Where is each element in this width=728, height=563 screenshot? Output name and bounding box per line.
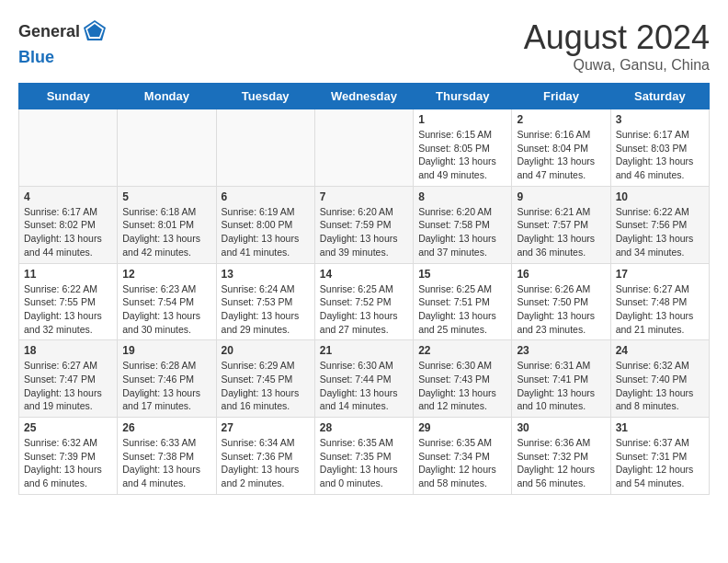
calendar-cell: 30Sunrise: 6:36 AMSunset: 7:32 PMDayligh…	[512, 418, 610, 495]
day-number: 30	[517, 421, 605, 434]
day-number: 31	[616, 421, 704, 434]
day-info: Sunrise: 6:22 AMSunset: 7:55 PMDaylight:…	[24, 282, 112, 337]
day-number: 12	[122, 268, 210, 281]
calendar-cell: 29Sunrise: 6:35 AMSunset: 7:34 PMDayligh…	[414, 418, 512, 495]
calendar-week-row: 4Sunrise: 6:17 AMSunset: 8:02 PMDaylight…	[19, 186, 710, 263]
day-info: Sunrise: 6:25 AMSunset: 7:51 PMDaylight:…	[418, 282, 506, 337]
calendar-cell: 22Sunrise: 6:30 AMSunset: 7:43 PMDayligh…	[414, 340, 512, 418]
calendar-cell: 21Sunrise: 6:30 AMSunset: 7:44 PMDayligh…	[314, 340, 413, 418]
calendar-cell	[118, 109, 216, 187]
calendar-cell: 14Sunrise: 6:25 AMSunset: 7:52 PMDayligh…	[314, 263, 413, 340]
calendar-cell: 19Sunrise: 6:28 AMSunset: 7:46 PMDayligh…	[118, 340, 216, 418]
calendar-cell: 10Sunrise: 6:22 AMSunset: 7:56 PMDayligh…	[610, 186, 709, 263]
day-info: Sunrise: 6:30 AMSunset: 7:44 PMDaylight:…	[320, 359, 408, 413]
day-info: Sunrise: 6:20 AMSunset: 7:59 PMDaylight:…	[320, 205, 408, 259]
day-info: Sunrise: 6:27 AMSunset: 7:48 PMDaylight:…	[616, 282, 704, 337]
page-header: General Blue August 2024 Quwa, Gansu, Ch…	[18, 18, 710, 74]
calendar-week-row: 11Sunrise: 6:22 AMSunset: 7:55 PMDayligh…	[19, 263, 710, 340]
day-number: 25	[24, 421, 112, 434]
calendar-cell	[216, 109, 314, 187]
day-number: 13	[222, 268, 310, 281]
days-header-row: SundayMondayTuesdayWednesdayThursdayFrid…	[19, 84, 710, 109]
day-info: Sunrise: 6:32 AMSunset: 7:39 PMDaylight:…	[24, 436, 112, 490]
day-info: Sunrise: 6:35 AMSunset: 7:35 PMDaylight:…	[320, 436, 408, 490]
day-number: 26	[122, 421, 210, 434]
day-info: Sunrise: 6:20 AMSunset: 7:58 PMDaylight:…	[418, 205, 506, 259]
calendar-cell: 25Sunrise: 6:32 AMSunset: 7:39 PMDayligh…	[19, 418, 118, 495]
day-info: Sunrise: 6:15 AMSunset: 8:05 PMDaylight:…	[418, 128, 506, 182]
title-area: August 2024 Quwa, Gansu, China	[524, 18, 710, 74]
day-header-wednesday: Wednesday	[314, 84, 413, 109]
day-number: 3	[616, 113, 704, 126]
day-number: 23	[517, 344, 605, 357]
calendar-cell: 26Sunrise: 6:33 AMSunset: 7:38 PMDayligh…	[118, 418, 216, 495]
day-number: 27	[222, 421, 310, 434]
day-info: Sunrise: 6:36 AMSunset: 7:32 PMDaylight:…	[517, 436, 605, 490]
calendar-cell: 4Sunrise: 6:17 AMSunset: 8:02 PMDaylight…	[19, 186, 118, 263]
day-number: 17	[616, 268, 704, 281]
logo-flag-icon	[82, 18, 108, 48]
day-header-tuesday: Tuesday	[216, 84, 314, 109]
day-info: Sunrise: 6:30 AMSunset: 7:43 PMDaylight:…	[418, 359, 506, 413]
calendar-cell: 17Sunrise: 6:27 AMSunset: 7:48 PMDayligh…	[610, 263, 709, 340]
day-number: 6	[222, 190, 310, 203]
calendar-cell: 6Sunrise: 6:19 AMSunset: 8:00 PMDaylight…	[216, 186, 314, 263]
calendar-cell: 12Sunrise: 6:23 AMSunset: 7:54 PMDayligh…	[118, 263, 216, 340]
calendar-table: SundayMondayTuesdayWednesdayThursdayFrid…	[18, 83, 710, 495]
logo-blue: Blue	[18, 48, 54, 66]
day-info: Sunrise: 6:17 AMSunset: 8:03 PMDaylight:…	[616, 128, 704, 182]
day-number: 15	[418, 268, 506, 281]
calendar-cell: 13Sunrise: 6:24 AMSunset: 7:53 PMDayligh…	[216, 263, 314, 340]
day-number: 4	[24, 190, 112, 203]
day-info: Sunrise: 6:32 AMSunset: 7:40 PMDaylight:…	[616, 359, 704, 413]
calendar-cell: 18Sunrise: 6:27 AMSunset: 7:47 PMDayligh…	[19, 340, 118, 418]
day-info: Sunrise: 6:29 AMSunset: 7:45 PMDaylight:…	[222, 359, 310, 413]
day-info: Sunrise: 6:16 AMSunset: 8:04 PMDaylight:…	[517, 128, 605, 182]
calendar-week-row: 18Sunrise: 6:27 AMSunset: 7:47 PMDayligh…	[19, 340, 710, 418]
day-info: Sunrise: 6:35 AMSunset: 7:34 PMDaylight:…	[418, 436, 506, 490]
day-number: 24	[616, 344, 704, 357]
calendar-cell: 23Sunrise: 6:31 AMSunset: 7:41 PMDayligh…	[512, 340, 610, 418]
day-info: Sunrise: 6:21 AMSunset: 7:57 PMDaylight:…	[517, 205, 605, 259]
day-number: 5	[122, 190, 210, 203]
calendar-cell: 20Sunrise: 6:29 AMSunset: 7:45 PMDayligh…	[216, 340, 314, 418]
calendar-cell: 16Sunrise: 6:26 AMSunset: 7:50 PMDayligh…	[512, 263, 610, 340]
day-number: 14	[320, 268, 408, 281]
day-number: 22	[418, 344, 506, 357]
calendar-cell: 5Sunrise: 6:18 AMSunset: 8:01 PMDaylight…	[118, 186, 216, 263]
day-number: 20	[222, 344, 310, 357]
day-number: 9	[517, 190, 605, 203]
calendar-cell: 31Sunrise: 6:37 AMSunset: 7:31 PMDayligh…	[610, 418, 709, 495]
calendar-week-row: 1Sunrise: 6:15 AMSunset: 8:05 PMDaylight…	[19, 109, 710, 187]
day-number: 10	[616, 190, 704, 203]
day-header-friday: Friday	[512, 84, 610, 109]
location-subtitle: Quwa, Gansu, China	[524, 57, 710, 74]
day-info: Sunrise: 6:19 AMSunset: 8:00 PMDaylight:…	[222, 205, 310, 259]
day-number: 8	[418, 190, 506, 203]
calendar-cell: 3Sunrise: 6:17 AMSunset: 8:03 PMDaylight…	[610, 109, 709, 187]
day-info: Sunrise: 6:27 AMSunset: 7:47 PMDaylight:…	[24, 359, 112, 413]
day-info: Sunrise: 6:17 AMSunset: 8:02 PMDaylight:…	[24, 205, 112, 259]
day-number: 11	[24, 268, 112, 281]
logo-general: General	[18, 22, 80, 40]
day-number: 29	[418, 421, 506, 434]
day-number: 18	[24, 344, 112, 357]
day-number: 21	[320, 344, 408, 357]
calendar-cell: 1Sunrise: 6:15 AMSunset: 8:05 PMDaylight…	[414, 109, 512, 187]
day-number: 7	[320, 190, 408, 203]
day-info: Sunrise: 6:22 AMSunset: 7:56 PMDaylight:…	[616, 205, 704, 259]
calendar-cell: 2Sunrise: 6:16 AMSunset: 8:04 PMDaylight…	[512, 109, 610, 187]
day-number: 28	[320, 421, 408, 434]
calendar-cell: 7Sunrise: 6:20 AMSunset: 7:59 PMDaylight…	[314, 186, 413, 263]
day-info: Sunrise: 6:33 AMSunset: 7:38 PMDaylight:…	[122, 436, 210, 490]
day-header-monday: Monday	[118, 84, 216, 109]
calendar-cell: 24Sunrise: 6:32 AMSunset: 7:40 PMDayligh…	[610, 340, 709, 418]
day-number: 19	[122, 344, 210, 357]
day-header-saturday: Saturday	[610, 84, 709, 109]
day-info: Sunrise: 6:25 AMSunset: 7:52 PMDaylight:…	[320, 282, 408, 337]
day-info: Sunrise: 6:37 AMSunset: 7:31 PMDaylight:…	[616, 436, 704, 490]
calendar-cell: 9Sunrise: 6:21 AMSunset: 7:57 PMDaylight…	[512, 186, 610, 263]
month-year-title: August 2024	[524, 18, 710, 57]
calendar-cell	[19, 109, 118, 187]
day-info: Sunrise: 6:28 AMSunset: 7:46 PMDaylight:…	[122, 359, 210, 413]
